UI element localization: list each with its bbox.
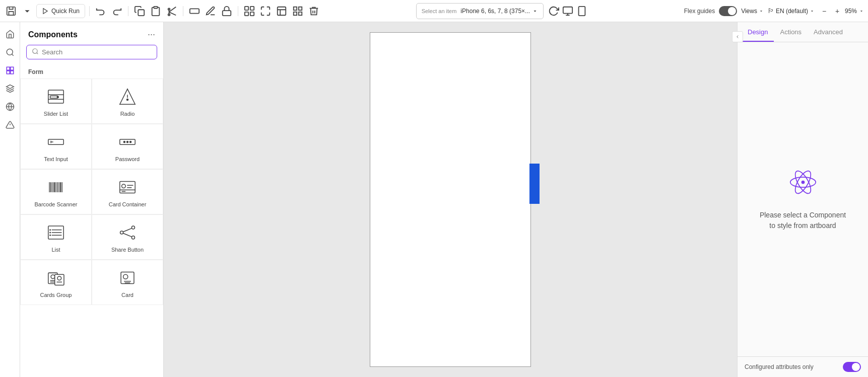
group-button[interactable]: [242, 4, 256, 18]
slider-list-icon: [45, 86, 67, 108]
component-item-cards-group[interactable]: Cards Group: [20, 260, 92, 305]
svg-rect-14: [278, 7, 286, 15]
svg-rect-17: [294, 12, 297, 15]
svg-rect-26: [7, 67, 10, 70]
components-list: Form Slider List: [20, 64, 163, 377]
sidebar-search-button[interactable]: [2, 44, 18, 60]
dropdown-button[interactable]: [20, 4, 34, 18]
cut-button[interactable]: [165, 4, 179, 18]
panel-more-button[interactable]: ···: [148, 29, 155, 40]
device-selector[interactable]: Select an item iPhone 6, 6s, 7, 8 (375×.…: [416, 3, 544, 19]
svg-line-77: [123, 229, 132, 232]
sidebar-alert-button[interactable]: [2, 117, 18, 133]
lock-button[interactable]: [220, 4, 234, 18]
svg-line-25: [12, 54, 13, 55]
component-item-list[interactable]: List: [20, 214, 92, 260]
quick-run-button[interactable]: Quick Run: [36, 4, 85, 18]
svg-rect-29: [10, 71, 13, 74]
desktop-view-button[interactable]: [561, 4, 575, 18]
right-panel-tabs: Design Actions Advanced: [738, 22, 868, 42]
svg-rect-0: [7, 7, 16, 15]
sidebar-home-button[interactable]: [2, 26, 18, 42]
refresh-button[interactable]: [547, 4, 561, 18]
svg-point-62: [122, 184, 126, 188]
right-panel-footer: Configured attributes only: [738, 356, 868, 377]
delete-button[interactable]: [307, 4, 321, 18]
panel-title: Components: [28, 30, 78, 39]
sidebar-components-button[interactable]: [2, 62, 18, 79]
tab-actions[interactable]: Actions: [774, 22, 808, 42]
tab-design[interactable]: Design: [742, 22, 774, 42]
views-button[interactable]: Views: [741, 8, 764, 15]
copy-button[interactable]: [132, 4, 147, 18]
barcode-icon: [45, 176, 67, 198]
component-item-card-container[interactable]: Card Container: [92, 169, 163, 214]
sidebar-globe-button[interactable]: [2, 99, 18, 115]
component-item-barcode[interactable]: Barcode Scanner: [20, 169, 92, 214]
svg-marker-30: [6, 85, 14, 89]
device-current: iPhone 6, 6s, 7, 8 (375×...: [460, 8, 530, 15]
language-button[interactable]: 🏳 EN (default): [768, 7, 815, 15]
search-input[interactable]: [42, 48, 152, 56]
undo-button[interactable]: [94, 4, 108, 18]
svg-point-43: [126, 99, 129, 101]
share-button-icon: [116, 221, 139, 244]
grid-button[interactable]: [291, 4, 305, 18]
components-panel: Components ··· Form: [20, 22, 164, 377]
svg-point-76: [131, 236, 135, 239]
svg-point-41: [57, 96, 59, 98]
flex-guides-toggle[interactable]: [719, 6, 737, 16]
svg-rect-2: [138, 10, 144, 16]
zoom-in-button[interactable]: +: [832, 6, 843, 17]
search-box: [26, 45, 157, 59]
wrap-button[interactable]: [275, 4, 289, 18]
component-item-password[interactable]: Password: [92, 124, 163, 169]
component-item-radio[interactable]: Radio: [92, 79, 163, 124]
select-message: Please select a Component to style from …: [758, 210, 848, 231]
svg-rect-15: [294, 7, 297, 10]
toolbar: Quick Run Sel: [0, 0, 868, 22]
save-button[interactable]: [4, 4, 18, 18]
svg-point-93: [801, 180, 805, 184]
svg-point-74: [120, 231, 123, 234]
component-item-slider-list[interactable]: Slider List: [20, 79, 92, 124]
sidebar-layers-button[interactable]: [2, 81, 18, 97]
paste-button[interactable]: [149, 4, 163, 18]
card-container-label: Card Container: [109, 201, 147, 207]
list-label: List: [51, 247, 60, 253]
svg-point-50: [126, 141, 129, 143]
component-grid: Slider List Radio: [20, 79, 163, 305]
svg-rect-16: [299, 7, 302, 10]
component-item-card[interactable]: Card: [92, 260, 163, 305]
radio-label: Radio: [120, 111, 135, 117]
svg-rect-18: [299, 12, 302, 15]
mobile-view-button[interactable]: [575, 4, 589, 18]
zoom-out-button[interactable]: −: [819, 6, 830, 17]
text-input-label: Text Input: [44, 156, 68, 162]
svg-point-80: [51, 275, 55, 279]
text-input-icon: [45, 131, 67, 153]
canvas-area[interactable]: [164, 22, 737, 377]
zoom-controls: − + 95%: [819, 6, 864, 17]
label-button[interactable]: [187, 4, 202, 18]
right-panel: Design Actions Advanced Please select a …: [737, 22, 868, 377]
radio-icon: [116, 86, 139, 108]
svg-rect-12: [245, 12, 248, 15]
component-item-text-input[interactable]: Text Input: [20, 124, 92, 169]
phone-frame: [370, 32, 531, 367]
svg-marker-1: [43, 8, 47, 14]
blue-rect: [529, 164, 540, 204]
card-container-icon: [116, 176, 139, 198]
configured-toggle[interactable]: [843, 362, 861, 372]
share-button-label: Share Button: [111, 247, 144, 253]
component-item-share-button[interactable]: Share Button: [92, 214, 163, 260]
password-label: Password: [115, 156, 140, 162]
tab-advanced[interactable]: Advanced: [808, 22, 849, 42]
svg-line-78: [123, 234, 132, 237]
pen-button[interactable]: [204, 4, 218, 18]
redo-button[interactable]: [110, 4, 124, 18]
configured-label: Configured attributes only: [745, 363, 814, 370]
svg-rect-13: [250, 12, 254, 15]
collapse-panel-button[interactable]: [732, 31, 743, 42]
ungroup-button[interactable]: [258, 4, 273, 18]
